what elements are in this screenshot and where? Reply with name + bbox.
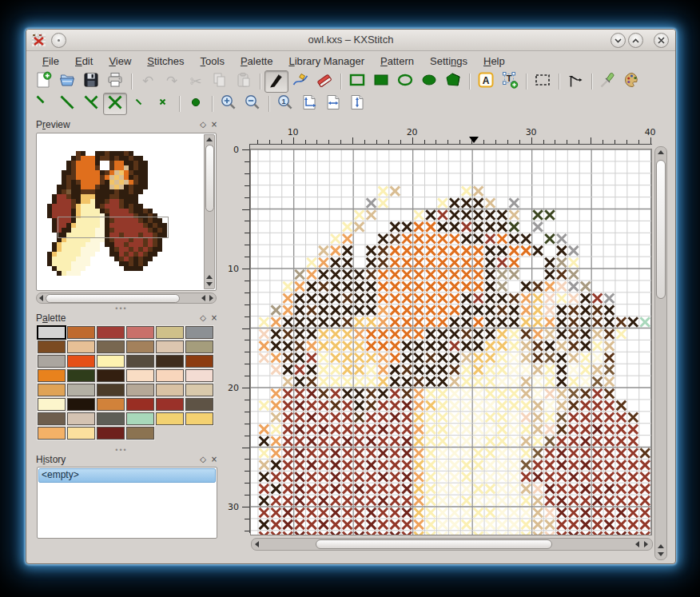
palette-swatch[interactable] [185, 354, 214, 368]
fit-to-height-button[interactable] [345, 93, 369, 115]
new-button[interactable] [31, 70, 55, 93]
menu-stitches[interactable]: Stitches [139, 54, 192, 69]
palette-swatch[interactable] [125, 368, 155, 383]
cut-button[interactable]: ✂ [184, 70, 208, 93]
palette-swatch[interactable] [37, 325, 66, 340]
history-list[interactable]: <empty> [37, 467, 217, 539]
rectangle-button[interactable] [345, 70, 369, 93]
float-panel-icon[interactable]: ◇ [197, 312, 209, 324]
scroll-up-icon[interactable] [658, 544, 664, 548]
scroll-left-icon[interactable] [201, 295, 205, 301]
palette-swatch[interactable] [66, 426, 96, 440]
fill-rectangle-button[interactable] [369, 70, 393, 93]
fit-to-page-button[interactable] [297, 93, 321, 115]
palette-swatch[interactable] [37, 383, 66, 397]
palette-swatch[interactable] [96, 325, 125, 340]
minimize-button[interactable] [611, 33, 626, 48]
palette-swatch[interactable] [96, 368, 125, 383]
float-panel-icon[interactable]: ◇ [197, 119, 209, 130]
save-button[interactable] [79, 70, 103, 93]
palette-swatch[interactable] [96, 354, 125, 368]
paste-button[interactable] [232, 70, 256, 93]
scroll-right-icon[interactable] [209, 295, 213, 301]
palette-swatch[interactable] [96, 397, 125, 412]
palette-swatch[interactable] [37, 368, 66, 383]
fit-to-width-button[interactable] [321, 93, 345, 115]
palette-swatch[interactable] [125, 340, 155, 354]
scroll-up-icon[interactable] [206, 137, 213, 141]
palette-swatch[interactable] [37, 354, 66, 368]
maximize-button[interactable] [628, 33, 643, 48]
text-button[interactable]: A [474, 70, 498, 93]
scroll-left-icon[interactable] [635, 541, 639, 547]
palette-swatch[interactable] [66, 397, 96, 412]
editor-hscroll-thumb[interactable] [316, 539, 552, 549]
fill-polygon-button[interactable] [441, 70, 465, 93]
palette-swatch[interactable] [155, 354, 185, 368]
zoom-out-button[interactable] [241, 93, 264, 115]
menu-tools[interactable]: Tools [193, 54, 233, 69]
history-item[interactable]: <empty> [38, 468, 216, 483]
scroll-left-icon[interactable] [255, 541, 259, 547]
float-panel-icon[interactable]: ◇ [197, 454, 209, 465]
scroll-up-icon[interactable] [206, 275, 213, 279]
palette-swatch[interactable] [155, 325, 185, 340]
undo-button[interactable]: ↶ [136, 70, 160, 93]
palette-swatch[interactable] [155, 383, 185, 397]
editor-hscrollbar[interactable] [251, 538, 653, 551]
preview-viewport[interactable] [36, 133, 217, 291]
scroll-right-icon[interactable] [644, 541, 648, 547]
pattern-editor-canvas[interactable] [250, 149, 652, 535]
quarter-stitch-button[interactable] [31, 93, 55, 115]
palette-swatch[interactable] [155, 340, 185, 354]
palette-swatch[interactable] [185, 340, 214, 354]
three-quarter-stitch-button[interactable] [79, 93, 103, 115]
erase-button[interactable] [312, 70, 336, 93]
palette-swatch[interactable] [185, 412, 214, 426]
palette-swatch[interactable] [66, 354, 96, 368]
palette-swatch[interactable] [185, 383, 214, 397]
editor-vscroll-thumb[interactable] [656, 160, 666, 299]
close-panel-icon[interactable]: × [209, 312, 220, 324]
scroll-down-icon[interactable] [206, 282, 213, 286]
palette-swatch[interactable] [125, 397, 155, 412]
menu-file[interactable]: File [34, 54, 67, 69]
palette-swatch[interactable] [66, 340, 96, 354]
preview-hscrollbar[interactable] [36, 293, 217, 304]
palette-swatch[interactable] [37, 340, 66, 354]
open-button[interactable] [55, 70, 79, 93]
menu-library-manager[interactable]: Library Manager [280, 54, 372, 69]
palette-swatch[interactable] [37, 412, 66, 426]
menu-edit[interactable]: Edit [67, 54, 101, 69]
fill-ellipse-button[interactable] [417, 70, 441, 93]
select-button[interactable] [531, 70, 555, 93]
menu-pattern[interactable]: Pattern [372, 54, 422, 69]
copy-button[interactable] [208, 70, 232, 93]
palette-swatch[interactable] [37, 397, 66, 412]
zoom-in-button[interactable] [217, 93, 241, 115]
palette-swatch[interactable] [125, 354, 155, 368]
palette-swatch[interactable] [66, 412, 96, 426]
half-stitch-button[interactable] [55, 93, 79, 115]
palette-swatch[interactable] [185, 397, 214, 412]
palette-swatch[interactable] [96, 412, 125, 426]
palette-swatch[interactable] [37, 426, 66, 440]
preview-hscroll-thumb[interactable] [46, 294, 180, 303]
palette-swatch[interactable] [125, 426, 155, 440]
palette-swatch[interactable] [96, 383, 125, 397]
dock-splitter[interactable]: ••• [26, 307, 217, 310]
palette-swatch[interactable] [125, 412, 155, 426]
palette-swatch[interactable] [96, 340, 125, 354]
menu-settings[interactable]: Settings [422, 54, 475, 69]
preview-vscrollbar[interactable] [204, 134, 215, 289]
backstitch-button[interactable] [563, 70, 587, 93]
palette-swatch[interactable] [155, 412, 185, 426]
close-panel-icon[interactable]: × [209, 119, 220, 130]
scroll-up-icon[interactable] [658, 150, 664, 154]
palette-swatch[interactable] [155, 368, 185, 383]
small-full-stitch-button[interactable] [151, 93, 175, 115]
draw-button[interactable] [288, 70, 312, 93]
close-panel-icon[interactable]: × [209, 454, 220, 465]
palette-swatch[interactable] [155, 397, 185, 412]
palette-swatch[interactable] [125, 325, 155, 340]
